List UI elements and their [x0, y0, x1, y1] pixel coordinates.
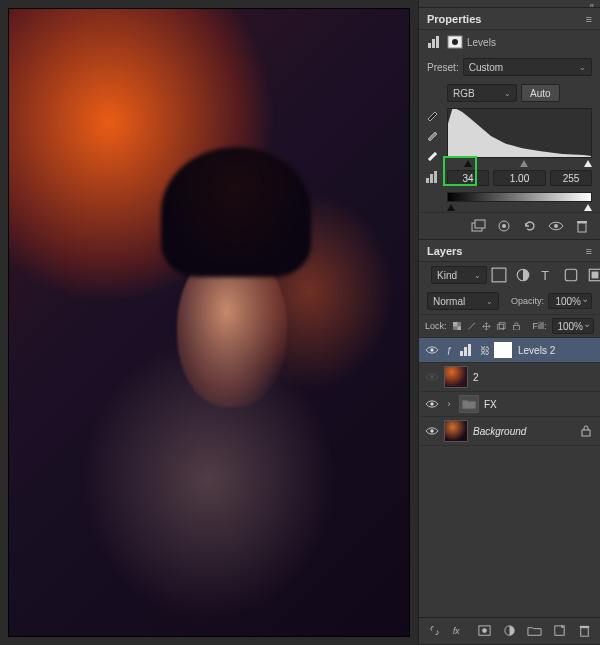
svg-rect-24 — [453, 322, 457, 326]
visibility-toggle[interactable] — [425, 372, 439, 382]
layers-panel: Layers ≡ Kind ⌄ T Normal ⌄ Opacity — [419, 240, 600, 645]
input-white-field[interactable]: 255 — [550, 170, 592, 186]
preset-select[interactable]: Custom ⌄ — [463, 58, 592, 76]
preset-label: Preset: — [427, 62, 459, 73]
mask-add-icon[interactable] — [477, 624, 492, 638]
auto-button[interactable]: Auto — [521, 84, 560, 102]
svg-rect-1 — [432, 39, 435, 48]
input-level-values: 34 1.00 255 — [419, 168, 600, 190]
properties-title: Properties — [427, 13, 481, 25]
white-point-eyedropper-icon[interactable] — [425, 146, 441, 162]
adjustment-type-row: Levels — [419, 30, 600, 54]
levels-small-icon — [425, 170, 441, 184]
layer-name[interactable]: FX — [484, 399, 594, 410]
lock-nested-icon[interactable] — [497, 319, 506, 333]
channel-select[interactable]: RGB ⌄ — [447, 84, 517, 102]
lock-all-icon[interactable] — [512, 319, 521, 333]
black-point-eyedropper-icon[interactable] — [425, 106, 441, 122]
chevron-down-icon: ⌄ — [504, 89, 511, 98]
layer-row-background[interactable]: Background — [419, 417, 600, 446]
reset-icon[interactable] — [522, 219, 538, 233]
layer-row-levels2[interactable]: ƒ ⛓ Levels 2 — [419, 338, 600, 363]
svg-text:fx: fx — [453, 627, 460, 637]
output-gradient[interactable] — [447, 192, 592, 202]
layer-thumb[interactable] — [444, 366, 468, 388]
filter-kind-select[interactable]: Kind ⌄ — [431, 266, 487, 284]
svg-rect-30 — [460, 351, 463, 356]
layer-row-2[interactable]: 2 — [419, 363, 600, 392]
opacity-field[interactable]: 100% — [548, 293, 592, 309]
layer-mask-thumb[interactable] — [493, 341, 513, 359]
filter-type-icon[interactable]: T — [539, 268, 555, 282]
svg-rect-43 — [580, 626, 589, 628]
visibility-icon[interactable] — [548, 219, 564, 233]
layer-filter-row: Kind ⌄ T — [419, 262, 600, 288]
filter-pixel-icon[interactable] — [491, 268, 507, 282]
layer-name[interactable]: 2 — [473, 372, 594, 383]
panel-menu-icon[interactable]: ≡ — [586, 245, 592, 257]
filter-adjustment-icon[interactable] — [515, 268, 531, 282]
black-point-slider[interactable] — [464, 160, 472, 167]
input-slider-track[interactable] — [447, 160, 592, 168]
view-previous-icon[interactable] — [496, 219, 512, 233]
histogram-area — [419, 106, 600, 168]
svg-point-33 — [430, 375, 433, 378]
visibility-toggle[interactable] — [425, 399, 439, 409]
document-canvas[interactable] — [0, 0, 418, 645]
output-slider-track[interactable] — [447, 204, 592, 212]
lock-position-icon[interactable] — [482, 319, 491, 333]
blend-opacity-row: Normal ⌄ Opacity: 100% — [419, 288, 600, 315]
trash-icon[interactable] — [574, 219, 590, 233]
opacity-value: 100% — [555, 296, 581, 307]
layers-footer: fx — [419, 617, 600, 644]
group-add-icon[interactable] — [527, 624, 542, 638]
svg-point-35 — [430, 429, 433, 432]
gray-point-eyedropper-icon[interactable] — [425, 126, 441, 142]
white-point-slider[interactable] — [584, 160, 592, 167]
layers-header[interactable]: Layers ≡ — [419, 240, 600, 262]
output-white-slider[interactable] — [584, 204, 592, 211]
svg-rect-28 — [513, 325, 519, 329]
trash-icon[interactable] — [577, 624, 592, 638]
fill-field[interactable]: 100% — [552, 318, 594, 334]
svg-rect-36 — [582, 430, 590, 436]
svg-rect-2 — [436, 36, 439, 48]
panel-collapse-bar[interactable]: « — [419, 0, 600, 8]
input-black-field[interactable]: 34 — [447, 170, 489, 186]
lock-pixels-icon[interactable] — [467, 319, 476, 333]
svg-rect-26 — [498, 324, 504, 330]
adjustment-add-icon[interactable] — [502, 624, 517, 638]
new-layer-icon[interactable] — [552, 624, 567, 638]
histogram[interactable] — [447, 108, 592, 158]
svg-point-34 — [430, 402, 433, 405]
visibility-toggle[interactable] — [425, 345, 439, 355]
link-layers-icon[interactable] — [427, 624, 442, 638]
svg-point-29 — [430, 348, 433, 351]
fx-indicator-icon: ƒ — [444, 343, 454, 357]
lock-transparency-icon[interactable] — [453, 319, 462, 333]
layer-thumb[interactable] — [444, 420, 468, 442]
svg-rect-9 — [475, 220, 485, 228]
fx-icon[interactable]: fx — [452, 624, 467, 638]
visibility-toggle[interactable] — [425, 426, 439, 436]
layer-name[interactable]: Levels 2 — [518, 345, 594, 356]
layer-row-fx-group[interactable]: › FX — [419, 392, 600, 417]
clip-to-layer-icon[interactable] — [470, 219, 486, 233]
output-black-slider[interactable] — [447, 204, 455, 211]
blend-mode-select[interactable]: Normal ⌄ — [427, 292, 499, 310]
filter-smart-icon[interactable] — [587, 268, 600, 282]
properties-header[interactable]: Properties ≡ — [419, 8, 600, 30]
layer-name[interactable]: Background — [473, 426, 573, 437]
expand-group-icon[interactable]: › — [444, 399, 454, 409]
properties-panel: Properties ≡ Levels Preset: Custom ⌄ RGB… — [419, 8, 600, 240]
panel-menu-icon[interactable]: ≡ — [586, 13, 592, 25]
fill-label: Fill: — [532, 321, 546, 331]
lock-icon[interactable] — [578, 424, 594, 438]
lock-label: Lock: — [425, 321, 447, 331]
midtone-slider[interactable] — [520, 160, 528, 167]
filter-shape-icon[interactable] — [563, 268, 579, 282]
svg-rect-27 — [499, 322, 505, 328]
link-icon[interactable]: ⛓ — [480, 345, 488, 356]
input-gamma-field[interactable]: 1.00 — [493, 170, 546, 186]
blend-mode-value: Normal — [433, 296, 465, 307]
